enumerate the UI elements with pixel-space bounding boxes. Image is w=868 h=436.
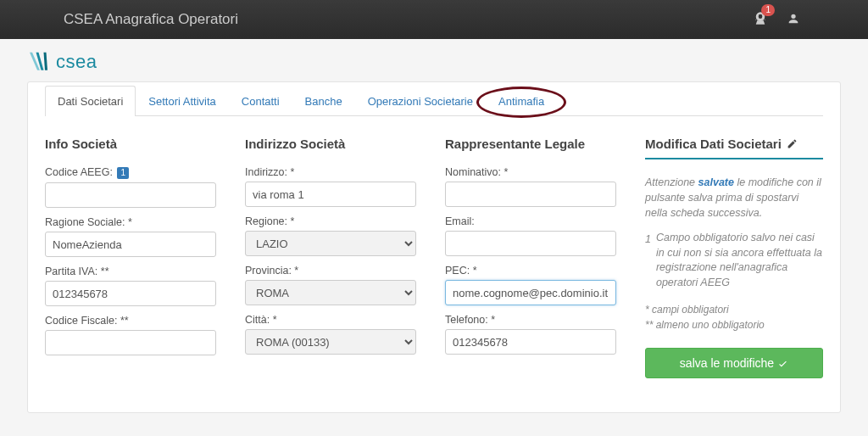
col-info-societa: Info Società Codice AEEG: 1 Ragione Soci…	[45, 137, 216, 378]
col-indirizzo: Indirizzo Società Indirizzo: * Regione: …	[245, 137, 416, 378]
email-label: Email:	[445, 215, 616, 227]
email-input[interactable]	[445, 231, 616, 256]
codice-aeeg-input[interactable]	[45, 182, 216, 208]
check-icon	[777, 358, 788, 369]
notifications-button[interactable]: 1	[753, 11, 768, 29]
tabs: Dati Societari Settori Attivita Contatti…	[45, 86, 823, 116]
ragione-sociale-label: Ragione Sociale: *	[45, 216, 216, 228]
regione-select[interactable]: LAZIO	[245, 231, 416, 256]
note-badge: 1	[645, 232, 651, 290]
codice-aeeg-label: Codice AEEG: 1	[45, 166, 216, 179]
note-row: 1 Campo obbligatorio salvo nei casi in c…	[645, 231, 823, 290]
pec-label: PEC: *	[445, 265, 616, 277]
telefono-input[interactable]	[445, 329, 616, 355]
indirizzo-title: Indirizzo Società	[245, 137, 416, 151]
ragione-sociale-input[interactable]	[45, 232, 216, 257]
nominativo-label: Nominativo: *	[445, 166, 616, 178]
tab-antimafia[interactable]: Antimafia	[486, 86, 557, 116]
indirizzo-label: Indirizzo: *	[245, 166, 416, 178]
save-button[interactable]: salva le modifiche	[645, 348, 823, 378]
logo-text: csea	[56, 51, 97, 73]
info-societa-title: Info Società	[45, 137, 216, 151]
app-title: CSEA Anagrafica Operatori	[64, 11, 238, 28]
user-menu-button[interactable]	[787, 12, 800, 28]
logo-row: csea	[27, 39, 841, 81]
indirizzo-input[interactable]	[245, 182, 416, 207]
topbar: CSEA Anagrafica Operatori 1	[0, 0, 868, 39]
codice-aeeg-badge: 1	[117, 167, 129, 179]
edit-icon	[787, 138, 798, 149]
telefono-label: Telefono: *	[445, 314, 616, 326]
main-panel: Dati Societari Settori Attivita Contatti…	[27, 81, 841, 413]
regione-label: Regione: *	[245, 215, 416, 227]
notification-badge: 1	[761, 4, 775, 16]
tab-dati-societari[interactable]: Dati Societari	[45, 86, 136, 116]
logo: csea	[27, 51, 97, 73]
note-text: Campo obbligatorio salvo nei casi in cui…	[656, 231, 823, 290]
rappresentante-title: Rappresentante Legale	[445, 137, 616, 151]
codice-fiscale-label: Codice Fiscale: **	[45, 315, 216, 327]
citta-select[interactable]: ROMA (00133)	[245, 329, 416, 355]
alarm-icon	[753, 16, 768, 29]
tab-antimafia-label: Antimafia	[498, 95, 544, 108]
col-rappresentante: Rappresentante Legale Nominativo: * Emai…	[445, 137, 616, 378]
sidebar-title: Modifica Dati Societari	[645, 137, 823, 159]
pec-input[interactable]	[445, 280, 616, 305]
citta-label: Città: *	[245, 314, 416, 326]
legend: * campi obbligatori ** almeno uno obblig…	[645, 302, 823, 333]
tab-settori-attivita[interactable]: Settori Attivita	[136, 86, 228, 116]
codice-fiscale-input[interactable]	[45, 330, 216, 355]
nominativo-input[interactable]	[445, 182, 616, 207]
provincia-label: Provincia: *	[245, 265, 416, 277]
topbar-right: 1	[753, 11, 851, 29]
tab-operazioni-societarie[interactable]: Operazioni Societarie	[355, 86, 486, 116]
attention-text: Attenzione salvate le modifiche con il p…	[645, 175, 823, 221]
tab-banche[interactable]: Banche	[292, 86, 355, 116]
tab-contatti[interactable]: Contatti	[229, 86, 292, 116]
logo-icon	[27, 51, 53, 73]
provincia-select[interactable]: ROMA	[245, 280, 416, 305]
partita-iva-label: Partita IVA: **	[45, 266, 216, 277]
col-sidebar: Modifica Dati Societari Attenzione salva…	[645, 137, 823, 378]
partita-iva-input[interactable]	[45, 281, 216, 306]
